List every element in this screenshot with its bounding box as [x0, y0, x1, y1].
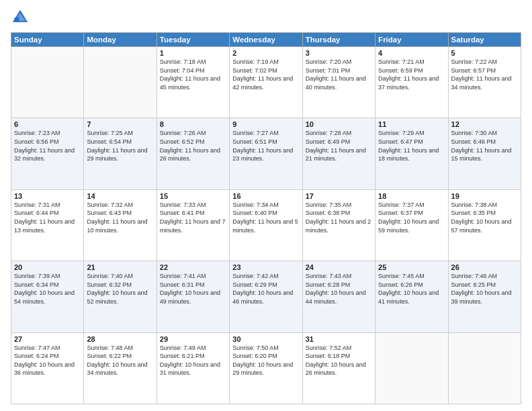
- day-info: Sunrise: 7:37 AMSunset: 6:37 PMDaylight:…: [378, 201, 445, 234]
- calendar-cell: 1Sunrise: 7:18 AMSunset: 7:04 PMDaylight…: [157, 47, 229, 118]
- day-number: 11: [378, 120, 445, 128]
- day-info: Sunrise: 7:45 AMSunset: 6:26 PMDaylight:…: [378, 272, 445, 306]
- calendar-cell: 10Sunrise: 7:28 AMSunset: 6:49 PMDayligh…: [302, 118, 375, 189]
- calendar-cell: 15Sunrise: 7:33 AMSunset: 6:41 PMDayligh…: [157, 189, 229, 261]
- day-info: Sunrise: 7:49 AMSunset: 6:21 PMDaylight:…: [160, 344, 226, 377]
- day-info: Sunrise: 7:47 AMSunset: 6:24 PMDaylight:…: [14, 344, 81, 377]
- calendar-cell: [448, 332, 521, 404]
- calendar-cell: 9Sunrise: 7:27 AMSunset: 6:51 PMDaylight…: [230, 118, 302, 189]
- page: SundayMondayTuesdayWednesdayThursdayFrid…: [0, 0, 532, 411]
- day-info: Sunrise: 7:40 AMSunset: 6:32 PMDaylight:…: [87, 272, 153, 306]
- header: [11, 8, 521, 27]
- day-number: 13: [14, 192, 81, 200]
- calendar-cell: [375, 332, 448, 404]
- day-info: Sunrise: 7:41 AMSunset: 6:31 PMDaylight:…: [160, 272, 226, 306]
- day-number: 27: [14, 335, 81, 343]
- day-info: Sunrise: 7:33 AMSunset: 6:41 PMDaylight:…: [160, 201, 226, 234]
- calendar-cell: 14Sunrise: 7:32 AMSunset: 6:43 PMDayligh…: [84, 189, 157, 261]
- calendar-cell: 2Sunrise: 7:19 AMSunset: 7:02 PMDaylight…: [230, 47, 302, 118]
- calendar-cell: 4Sunrise: 7:21 AMSunset: 6:59 PMDaylight…: [375, 47, 448, 118]
- day-info: Sunrise: 7:28 AMSunset: 6:49 PMDaylight:…: [306, 129, 372, 163]
- day-number: 22: [160, 263, 226, 271]
- week-row-2: 6Sunrise: 7:23 AMSunset: 6:56 PMDaylight…: [11, 118, 521, 189]
- day-number: 18: [378, 192, 445, 200]
- calendar-cell: 23Sunrise: 7:42 AMSunset: 6:29 PMDayligh…: [230, 261, 302, 332]
- day-info: Sunrise: 7:26 AMSunset: 6:52 PMDaylight:…: [160, 129, 226, 163]
- calendar-cell: 8Sunrise: 7:26 AMSunset: 6:52 PMDaylight…: [157, 118, 229, 189]
- day-number: 26: [451, 263, 518, 271]
- day-number: 14: [87, 192, 153, 200]
- day-info: Sunrise: 7:25 AMSunset: 6:54 PMDaylight:…: [87, 129, 153, 163]
- weekday-header-thursday: Thursday: [302, 33, 375, 47]
- day-info: Sunrise: 7:19 AMSunset: 7:02 PMDaylight:…: [232, 58, 299, 91]
- week-row-1: 1Sunrise: 7:18 AMSunset: 7:04 PMDaylight…: [11, 47, 521, 118]
- day-info: Sunrise: 7:43 AMSunset: 6:28 PMDaylight:…: [306, 272, 372, 306]
- calendar-cell: 18Sunrise: 7:37 AMSunset: 6:37 PMDayligh…: [375, 189, 448, 261]
- day-number: 7: [87, 120, 153, 128]
- day-number: 23: [232, 263, 299, 271]
- day-number: 19: [451, 192, 518, 200]
- weekday-header-friday: Friday: [375, 33, 448, 47]
- weekday-header-monday: Monday: [84, 33, 157, 47]
- calendar-cell: [11, 47, 84, 118]
- day-number: 15: [160, 192, 226, 200]
- day-number: 28: [87, 335, 153, 343]
- calendar-cell: 28Sunrise: 7:48 AMSunset: 6:22 PMDayligh…: [84, 332, 157, 404]
- day-info: Sunrise: 7:39 AMSunset: 6:34 PMDaylight:…: [14, 272, 81, 306]
- day-number: 3: [306, 49, 372, 57]
- day-info: Sunrise: 7:22 AMSunset: 6:57 PMDaylight:…: [451, 58, 518, 91]
- day-info: Sunrise: 7:34 AMSunset: 6:40 PMDaylight:…: [232, 201, 299, 234]
- calendar-cell: [84, 47, 157, 118]
- calendar-table: SundayMondayTuesdayWednesdayThursdayFrid…: [11, 32, 521, 404]
- week-row-3: 13Sunrise: 7:31 AMSunset: 6:44 PMDayligh…: [11, 189, 521, 261]
- week-row-4: 20Sunrise: 7:39 AMSunset: 6:34 PMDayligh…: [11, 261, 521, 332]
- calendar-cell: 31Sunrise: 7:52 AMSunset: 6:18 PMDayligh…: [302, 332, 375, 404]
- day-info: Sunrise: 7:42 AMSunset: 6:29 PMDaylight:…: [232, 272, 299, 306]
- weekday-header-row: SundayMondayTuesdayWednesdayThursdayFrid…: [11, 33, 521, 47]
- logo-icon: [11, 8, 30, 27]
- day-number: 24: [306, 263, 372, 271]
- day-number: 20: [14, 263, 81, 271]
- day-number: 1: [160, 49, 226, 57]
- calendar-cell: 21Sunrise: 7:40 AMSunset: 6:32 PMDayligh…: [84, 261, 157, 332]
- day-number: 6: [14, 120, 81, 128]
- day-info: Sunrise: 7:48 AMSunset: 6:22 PMDaylight:…: [87, 344, 153, 377]
- day-number: 8: [160, 120, 226, 128]
- calendar-cell: 24Sunrise: 7:43 AMSunset: 6:28 PMDayligh…: [302, 261, 375, 332]
- calendar-cell: 7Sunrise: 7:25 AMSunset: 6:54 PMDaylight…: [84, 118, 157, 189]
- day-info: Sunrise: 7:27 AMSunset: 6:51 PMDaylight:…: [232, 129, 299, 163]
- day-info: Sunrise: 7:21 AMSunset: 6:59 PMDaylight:…: [378, 58, 445, 91]
- weekday-header-saturday: Saturday: [448, 33, 521, 47]
- day-number: 17: [306, 192, 372, 200]
- day-info: Sunrise: 7:35 AMSunset: 6:38 PMDaylight:…: [306, 201, 372, 234]
- day-number: 21: [87, 263, 153, 271]
- calendar-cell: 22Sunrise: 7:41 AMSunset: 6:31 PMDayligh…: [157, 261, 229, 332]
- calendar-cell: 30Sunrise: 7:50 AMSunset: 6:20 PMDayligh…: [230, 332, 302, 404]
- day-number: 12: [451, 120, 518, 128]
- svg-rect-2: [15, 17, 19, 22]
- day-info: Sunrise: 7:23 AMSunset: 6:56 PMDaylight:…: [14, 129, 81, 163]
- day-info: Sunrise: 7:46 AMSunset: 6:25 PMDaylight:…: [451, 272, 518, 306]
- calendar-cell: 16Sunrise: 7:34 AMSunset: 6:40 PMDayligh…: [230, 189, 302, 261]
- calendar-cell: 11Sunrise: 7:29 AMSunset: 6:47 PMDayligh…: [375, 118, 448, 189]
- day-number: 5: [451, 49, 518, 57]
- calendar-cell: 13Sunrise: 7:31 AMSunset: 6:44 PMDayligh…: [11, 189, 84, 261]
- day-info: Sunrise: 7:18 AMSunset: 7:04 PMDaylight:…: [160, 58, 226, 91]
- day-number: 16: [232, 192, 299, 200]
- day-info: Sunrise: 7:38 AMSunset: 6:35 PMDaylight:…: [451, 201, 518, 234]
- calendar-cell: 25Sunrise: 7:45 AMSunset: 6:26 PMDayligh…: [375, 261, 448, 332]
- day-number: 29: [160, 335, 226, 343]
- day-info: Sunrise: 7:31 AMSunset: 6:44 PMDaylight:…: [14, 201, 81, 234]
- weekday-header-tuesday: Tuesday: [157, 33, 229, 47]
- calendar-cell: 6Sunrise: 7:23 AMSunset: 6:56 PMDaylight…: [11, 118, 84, 189]
- day-number: 25: [378, 263, 445, 271]
- day-info: Sunrise: 7:30 AMSunset: 6:46 PMDaylight:…: [451, 129, 518, 163]
- logo: [11, 8, 32, 27]
- day-info: Sunrise: 7:32 AMSunset: 6:43 PMDaylight:…: [87, 201, 153, 234]
- day-info: Sunrise: 7:20 AMSunset: 7:01 PMDaylight:…: [306, 58, 372, 91]
- calendar-cell: 26Sunrise: 7:46 AMSunset: 6:25 PMDayligh…: [448, 261, 521, 332]
- day-number: 4: [378, 49, 445, 57]
- weekday-header-wednesday: Wednesday: [230, 33, 302, 47]
- calendar-cell: 27Sunrise: 7:47 AMSunset: 6:24 PMDayligh…: [11, 332, 84, 404]
- day-info: Sunrise: 7:29 AMSunset: 6:47 PMDaylight:…: [378, 129, 445, 163]
